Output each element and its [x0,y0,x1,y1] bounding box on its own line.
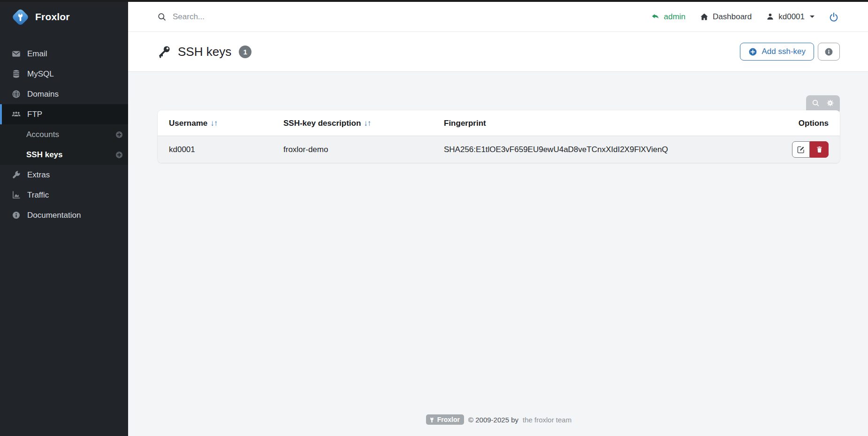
gear-icon [826,99,834,107]
sidebar-item-label: Extras [27,170,50,180]
plus-circle-icon [748,47,757,56]
search-icon [157,12,167,22]
person-icon [766,12,775,21]
top-navbar: admin Dashboard kd0001 [128,2,868,32]
area-chart-icon [11,190,21,200]
froxlor-team-link[interactable]: the froxlor team [523,416,571,424]
globe-icon [11,89,21,99]
search-input[interactable] [173,12,332,22]
sidebar-item-email[interactable]: Email [0,44,128,64]
delete-ssh-key-button[interactable] [810,141,829,158]
sidebar: Froxlor Email MySQL [0,2,128,436]
column-header-fingerprint: Fingerprint [433,110,765,136]
froxlor-wrench-icon [11,8,29,26]
power-icon [829,12,839,22]
table-search-button[interactable] [812,99,820,107]
add-ssh-key-quick-button[interactable] [115,151,123,159]
sidebar-item-label: FTP [27,110,42,119]
sidebar-nav: Email MySQL Domains [0,32,128,225]
database-icon [11,69,21,79]
sidebar-item-ssh-keys[interactable]: SSH keys [0,145,128,165]
sidebar-item-ftp[interactable]: FTP [0,104,128,124]
home-icon [700,12,709,22]
copyright-text: © 2009-2025 by [468,416,518,424]
sidebar-item-label: SSH keys [26,150,63,160]
user-menu[interactable]: kd0001 [766,12,815,22]
ftp-submenu: Accounts SSH keys [0,124,128,165]
sidebar-item-label: Traffic [27,191,49,200]
count-badge: 1 [239,46,251,58]
sort-arrows-icon[interactable]: ↓↑ [364,119,371,128]
sidebar-item-label: Accounts [26,130,59,139]
add-ssh-key-button[interactable]: Add ssh-key [740,43,814,61]
trash-icon [815,145,823,153]
column-header-username[interactable]: Username↓↑ [158,110,272,136]
content-area: Username↓↑ SSH-key description↓↑ Fingerp… [128,72,868,436]
brand-name: Froxlor [35,11,70,23]
switch-back-admin-link[interactable]: admin [651,12,685,22]
sort-arrows-icon[interactable]: ↓↑ [210,119,217,128]
sidebar-item-label: Domains [27,90,59,99]
table-settings-button[interactable] [826,99,834,107]
sidebar-item-label: MySQL [27,69,54,79]
cell-options [765,136,840,163]
info-circle-icon [11,210,21,220]
plus-circle-icon [115,151,123,159]
column-header-options: Options [765,110,840,136]
sidebar-item-domains[interactable]: Domains [0,84,128,104]
cell-fingerprint: SHA256:E1tlOE3vF659EU9ewU4aD8veTCnxXIdI2… [433,136,765,163]
table-row: kd0001 froxlor-demo SHA256:E1tlOE3vF659E… [158,136,840,163]
sidebar-item-traffic[interactable]: Traffic [0,185,128,205]
info-circle-icon [824,47,833,56]
sidebar-item-accounts[interactable]: Accounts [0,124,128,145]
envelope-icon [11,49,21,59]
pencil-square-icon [797,145,805,154]
sidebar-item-mysql[interactable]: MySQL [0,64,128,84]
key-icon [157,45,171,59]
brand-logo[interactable]: Froxlor [0,2,128,32]
chevron-down-icon [810,15,815,18]
reply-arrow-icon [651,12,660,22]
froxlor-app: Froxlor Email MySQL [0,0,868,436]
sidebar-item-extras[interactable]: Extras [0,165,128,185]
froxlor-footer-badge[interactable]: Froxlor [426,414,464,425]
info-button[interactable] [818,43,840,61]
sidebar-item-label: Email [27,49,47,59]
users-icon [11,109,21,119]
froxlor-wrench-icon [429,417,435,423]
add-account-button[interactable] [115,130,123,139]
logout-button[interactable] [829,12,839,22]
cell-username: kd0001 [158,136,272,163]
page-footer: Froxlor © 2009-2025 by the froxlor team [158,408,840,428]
column-header-description[interactable]: SSH-key description↓↑ [272,110,433,136]
navbar-links: admin Dashboard kd0001 [651,12,839,22]
wrench-icon [9,168,23,182]
global-search [157,12,651,22]
edit-ssh-key-button[interactable] [792,141,810,158]
ssh-keys-table: Username↓↑ SSH-key description↓↑ Fingerp… [158,110,840,163]
search-icon [812,99,820,107]
dashboard-link[interactable]: Dashboard [700,12,752,22]
sidebar-item-label: Documentation [27,211,81,220]
plus-circle-icon [115,130,123,139]
ssh-keys-table-card: Username↓↑ SSH-key description↓↑ Fingerp… [158,110,840,163]
cell-description: froxlor-demo [272,136,433,163]
sidebar-item-documentation[interactable]: Documentation [0,205,128,225]
page-title: SSH keys [178,45,231,59]
page-header: SSH keys 1 Add ssh-key [128,32,868,72]
